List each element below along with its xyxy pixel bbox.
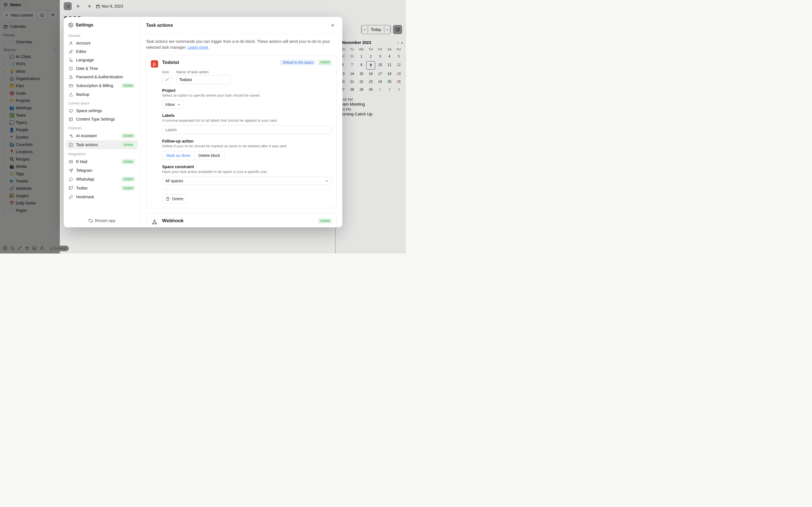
clock-icon — [69, 66, 73, 71]
content-icon — [69, 117, 73, 121]
spark-icon — [69, 133, 73, 138]
close-button[interactable] — [329, 21, 337, 29]
mark-done-button[interactable]: Mark as done — [162, 151, 194, 160]
chevron-down-icon — [177, 103, 181, 107]
chevron-down-icon — [325, 179, 329, 183]
settings-section-label: General — [66, 31, 138, 39]
default-badge: Default in this space — [280, 60, 316, 65]
active-badge: Active — [121, 159, 135, 164]
credit-icon — [69, 83, 73, 88]
settings-sidebar: Settings GeneralAccountEditorLanguageDat… — [64, 17, 140, 227]
settings-section-label: Current space — [66, 99, 138, 107]
followup-title: Follow-up action — [162, 139, 332, 144]
space-dropdown[interactable]: All spaces — [162, 177, 332, 185]
svg-point-9 — [70, 42, 71, 43]
svg-rect-13 — [69, 109, 72, 112]
space-title: Space constraint — [162, 165, 332, 169]
svg-rect-15 — [69, 143, 72, 146]
delete-block-button[interactable]: Delete block — [194, 151, 224, 160]
delete-action-button[interactable]: Delete — [162, 194, 187, 203]
settings-item-content-type-settings[interactable]: Content Type Settings — [66, 115, 138, 123]
screen-icon — [69, 108, 73, 113]
settings-item-subscription-billing[interactable]: Subscription & BillingActive — [66, 81, 138, 90]
space-desc: Have your task action available in all s… — [162, 170, 332, 174]
restart-app-button[interactable]: Restart app — [68, 214, 136, 224]
name-field-label: Name of task action — [176, 70, 232, 74]
active-badge: Active — [121, 186, 135, 191]
icon-field-label: Icon — [162, 70, 171, 74]
link-icon — [69, 194, 73, 199]
settings-item-password-authentication[interactable]: Password & Authentication — [66, 73, 138, 81]
settings-item-backup[interactable]: Backup — [66, 90, 138, 99]
svg-point-8 — [70, 24, 71, 26]
project-title: Project — [162, 88, 332, 93]
svg-rect-12 — [69, 84, 73, 87]
active-badge: Active — [121, 177, 135, 182]
settings-section-label: Integrations — [66, 149, 138, 157]
settings-item-twitter[interactable]: TwitterActive — [66, 184, 138, 193]
settings-item-hookmark[interactable]: Hookmark — [66, 193, 138, 201]
lock-icon — [69, 75, 73, 79]
active-badge: Active — [121, 83, 135, 88]
intro-text: Task actions are commands you can trigge… — [146, 39, 337, 50]
active-badge: Active — [121, 142, 135, 147]
settings-item-account[interactable]: Account — [66, 39, 138, 47]
action-name-input[interactable] — [176, 75, 232, 84]
panel-title: Task actions — [146, 23, 173, 28]
labels-desc: A comma-separated list of all labels tha… — [162, 118, 332, 122]
settings-modal: Settings GeneralAccountEditorLanguageDat… — [64, 17, 342, 227]
svg-rect-11 — [70, 76, 72, 78]
settings-item-e-mail[interactable]: E-MailActive — [66, 157, 138, 166]
svg-point-19 — [154, 220, 155, 221]
project-dropdown[interactable]: Inbox — [162, 100, 184, 109]
settings-item-task-actions[interactable]: Task actionsActive — [66, 140, 138, 149]
tw-icon — [69, 186, 73, 190]
project-desc: Select an option to specify where your t… — [162, 93, 332, 98]
card-title: Todoist — [162, 60, 179, 65]
settings-item-ai-assistant[interactable]: AI AssistantActive — [66, 131, 138, 140]
labels-title: Labels — [162, 113, 332, 118]
lang-icon — [69, 58, 73, 62]
active-badge: Active — [121, 133, 135, 138]
todoist-card: Todoist Default in this space Active Ico… — [146, 55, 337, 208]
active-badge: Active — [318, 60, 332, 65]
labels-input[interactable] — [162, 125, 332, 134]
icon-picker[interactable] — [162, 75, 171, 84]
settings-item-telegram[interactable]: Telegram — [66, 166, 138, 175]
mail-icon — [69, 159, 73, 164]
followup-desc: Define if your to-do should be marked as… — [162, 144, 332, 148]
active-badge: Active — [318, 218, 332, 223]
webhook-logo-icon — [151, 219, 158, 226]
svg-rect-14 — [69, 117, 72, 121]
followup-segment: Mark as done Delete block — [162, 151, 224, 160]
wa-icon — [69, 177, 73, 181]
todoist-logo-icon — [151, 60, 158, 68]
settings-item-language[interactable]: Language — [66, 56, 138, 64]
edit-icon — [69, 49, 73, 54]
user-icon — [69, 41, 73, 45]
settings-item-whatsapp[interactable]: WhatsAppActive — [66, 175, 138, 184]
learn-more-link[interactable]: Learn more — [188, 45, 208, 50]
settings-title: Settings — [75, 22, 93, 27]
backup-icon — [69, 92, 73, 97]
send-icon — [69, 168, 73, 173]
modal-overlay: Settings GeneralAccountEditorLanguageDat… — [0, 0, 406, 253]
settings-item-date-time[interactable]: Date & Time — [66, 64, 138, 73]
trash-icon — [166, 197, 170, 201]
settings-section-label: Features — [66, 123, 138, 131]
settings-item-editor[interactable]: Editor — [66, 47, 138, 56]
settings-item-space-settings[interactable]: Space settings — [66, 107, 138, 115]
webhook-card: Webhook Active Icon — [146, 213, 337, 227]
card-title: Webhook — [162, 218, 184, 224]
check-icon — [69, 143, 73, 147]
gear-icon — [68, 22, 73, 27]
